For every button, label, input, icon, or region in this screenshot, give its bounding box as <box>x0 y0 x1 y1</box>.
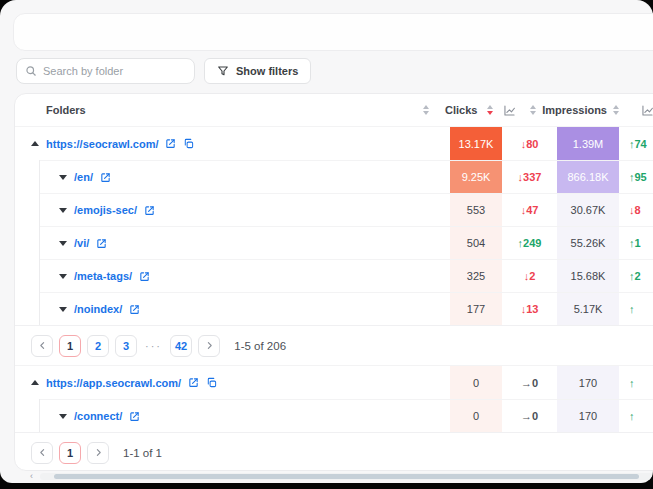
expand-caret-icon[interactable] <box>59 175 67 180</box>
pagination-group-1: 1 2 3 ··· 42 1-5 of 206 <box>15 325 653 365</box>
column-header-impressions[interactable]: Impressions <box>542 94 619 126</box>
clicks-value: 504 <box>450 227 502 259</box>
search-icon <box>25 65 37 77</box>
table-row: /vi/ 504 ↑249 55.26K ↑1 <box>40 226 653 259</box>
impressions-value: 170 <box>557 400 619 432</box>
external-link-icon[interactable] <box>165 138 176 149</box>
table-row: /connect/ 0 →0 170 ↑ <box>40 399 653 432</box>
page-button-42[interactable]: 42 <box>170 335 192 357</box>
impressions-change: ↑ <box>619 400 653 432</box>
impressions-value: 866.18K <box>557 161 619 193</box>
page-button-1[interactable]: 1 <box>59 335 81 357</box>
external-link-icon[interactable] <box>129 411 140 422</box>
clicks-value: 0 <box>450 400 502 432</box>
trend-chart-icon-impressions <box>641 104 653 117</box>
expand-caret-icon[interactable] <box>59 274 67 279</box>
column-header-clicks[interactable]: Clicks <box>435 94 487 126</box>
impressions-value: 15.68K <box>557 260 619 292</box>
folder-link[interactable]: /meta-tags/ <box>74 270 132 282</box>
next-page-button[interactable] <box>198 335 220 357</box>
copy-icon[interactable] <box>183 138 194 149</box>
clicks-value: 325 <box>450 260 502 292</box>
external-link-icon[interactable] <box>188 377 199 388</box>
clicks-value: 553 <box>450 194 502 226</box>
collapse-caret-icon[interactable] <box>31 380 39 385</box>
clicks-value: 177 <box>450 293 502 325</box>
table-row: https://seocrawl.com/ 13.17K ↓80 1.39M ↑… <box>15 126 653 160</box>
clicks-header-label: Clicks <box>445 104 477 116</box>
page-button-1[interactable]: 1 <box>59 442 81 464</box>
impressions-change: ↓8 <box>619 194 653 226</box>
search-input-wrapper[interactable] <box>16 58 195 84</box>
expand-caret-icon[interactable] <box>59 414 67 419</box>
folder-link[interactable]: https://app.seocrawl.com/ <box>46 377 181 389</box>
scroll-left-icon[interactable]: ‹ <box>30 471 33 481</box>
folders-table: Folders Clicks Impressions <box>14 93 653 471</box>
external-link-icon[interactable] <box>100 172 111 183</box>
folder-link[interactable]: /vi/ <box>74 237 89 249</box>
collapsed-header-panel <box>13 13 653 51</box>
external-link-icon[interactable] <box>139 271 150 282</box>
column-header-folders[interactable]: Folders <box>15 94 435 126</box>
clicks-change: →0 <box>502 400 557 432</box>
show-filters-button[interactable]: Show filters <box>204 58 311 84</box>
search-input[interactable] <box>43 65 186 77</box>
sort-icon-clicks-trend[interactable] <box>530 105 536 115</box>
prev-page-button[interactable] <box>31 335 53 357</box>
clicks-value: 9.25K <box>450 161 502 193</box>
impressions-value: 1.39M <box>557 127 619 160</box>
impressions-value: 30.67K <box>557 194 619 226</box>
table-header-row: Folders Clicks Impressions <box>15 94 653 126</box>
expand-caret-icon[interactable] <box>59 208 67 213</box>
collapse-caret-icon[interactable] <box>31 141 39 146</box>
table-row: /en/ 9.25K ↓337 866.18K ↑95 <box>40 160 653 193</box>
show-filters-label: Show filters <box>236 65 298 77</box>
clicks-value: 0 <box>450 366 502 399</box>
clicks-change: ↑249 <box>502 227 557 259</box>
table-row: https://app.seocrawl.com/ 0 →0 170 ↑ <box>15 365 653 399</box>
sort-icon-clicks-desc[interactable] <box>487 105 493 115</box>
table-row: /emojis-sec/ 553 ↓47 30.67K ↓8 <box>40 193 653 226</box>
prev-page-button[interactable] <box>31 442 53 464</box>
page-button-2[interactable]: 2 <box>87 335 109 357</box>
table-row: /meta-tags/ 325 ↓2 15.68K ↑2 <box>40 259 653 292</box>
copy-icon[interactable] <box>206 377 217 388</box>
impressions-change: ↑1 <box>619 227 653 259</box>
sort-icon-folders[interactable] <box>423 105 429 115</box>
clicks-change: ↓80 <box>502 127 557 160</box>
impressions-value: 5.17K <box>557 293 619 325</box>
folder-link[interactable]: https://seocrawl.com/ <box>46 138 158 150</box>
pagination-summary: 1-5 of 206 <box>234 340 286 352</box>
expand-caret-icon[interactable] <box>59 241 67 246</box>
impressions-header-label: Impressions <box>542 104 607 116</box>
impressions-change: ↑ <box>619 366 653 399</box>
external-link-icon[interactable] <box>144 205 155 216</box>
table-row: /noindex/ 177 ↓13 5.17K ↑ <box>40 292 653 325</box>
folder-link[interactable]: /en/ <box>74 171 93 183</box>
folder-link[interactable]: /emojis-sec/ <box>74 204 137 216</box>
pagination-summary: 1-1 of 1 <box>123 447 162 459</box>
external-link-icon[interactable] <box>129 304 140 315</box>
folders-header-label: Folders <box>46 104 86 116</box>
external-link-icon[interactable] <box>96 238 107 249</box>
column-header-impressions-trend[interactable] <box>619 94 653 126</box>
page-button-3[interactable]: 3 <box>115 335 137 357</box>
horizontal-scrollbar-thumb[interactable] <box>54 474 639 479</box>
clicks-change: ↓2 <box>502 260 557 292</box>
folder-link[interactable]: /noindex/ <box>74 303 122 315</box>
expand-caret-icon[interactable] <box>59 307 67 312</box>
impressions-change: ↑2 <box>619 260 653 292</box>
folder-link[interactable]: /connect/ <box>74 410 122 422</box>
impressions-value: 55.26K <box>557 227 619 259</box>
next-page-button[interactable] <box>87 442 109 464</box>
subfolder-group: /connect/ 0 →0 170 ↑ <box>39 399 653 432</box>
impressions-change: ↑74 <box>619 127 653 160</box>
horizontal-scrollbar-track[interactable] <box>40 473 653 480</box>
column-header-clicks-trend[interactable] <box>487 94 542 126</box>
trend-chart-icon-clicks <box>503 104 516 117</box>
app-window: Show filters Folders Clicks I <box>0 0 653 483</box>
clicks-change: ↓337 <box>502 161 557 193</box>
clicks-change: ↓13 <box>502 293 557 325</box>
clicks-change: ↓47 <box>502 194 557 226</box>
funnel-icon <box>217 65 229 77</box>
